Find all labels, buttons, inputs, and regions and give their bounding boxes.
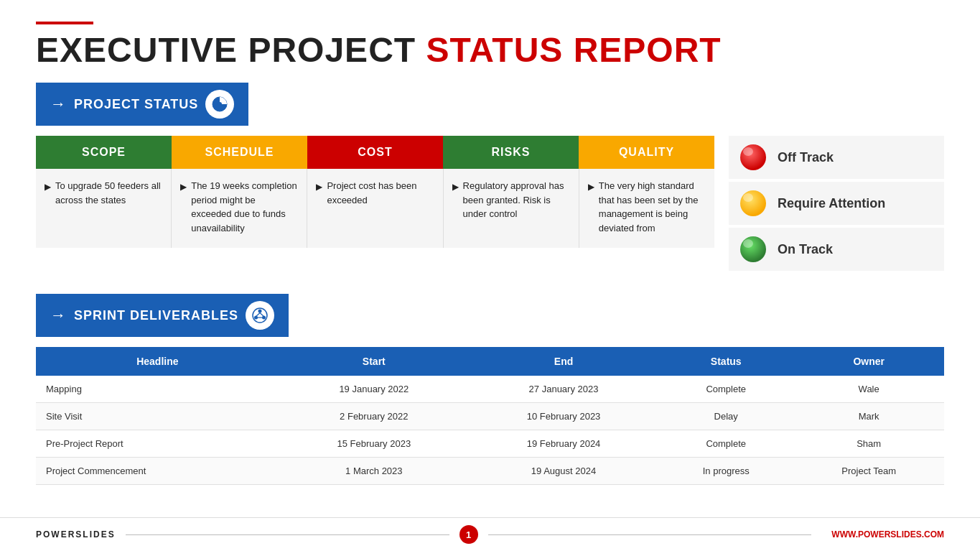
scope-bullet: ▶ [45,180,51,193]
th-owner: Owner [793,347,944,376]
quality-text: The very high standard that has been set… [599,179,706,235]
sprint-icon [246,301,274,330]
cell-start: 15 February 2023 [279,430,469,458]
main-title: EXECUTIVE PROJECT STATUS REPORT [36,30,944,70]
cell-status: Complete [658,430,793,458]
schedule-text: The 19 weeks completion period might be … [191,179,298,235]
quality-bullet: ▶ [588,180,594,193]
title-underline [36,22,93,24]
legend-require-attention: Require Attention [729,182,944,225]
cell-start: 1 March 2023 [279,458,469,485]
on-track-label: On Track [778,242,833,257]
th-start: Start [279,347,469,376]
cell-owner: Wale [793,376,944,403]
cost-bullet: ▶ [316,180,322,193]
svg-point-3 [258,310,262,313]
status-header-row: SCOPE SCHEDULE COST RISKS QUALITY [36,136,714,169]
project-status-icon [205,90,234,119]
cost-cell: ▶ Project cost has been exceeded [307,169,443,248]
risks-text: Regulatory approval has been granted. Ri… [463,179,570,221]
cell-owner: Sham [793,430,944,458]
cell-end: 27 January 2023 [469,376,658,403]
require-attention-dot [740,190,766,216]
project-status-header-box: → PROJECT STATUS [36,83,248,126]
off-track-label: Off Track [778,150,834,165]
col-schedule-header: SCHEDULE [172,136,307,169]
project-status-section-header: → PROJECT STATUS [36,83,944,126]
table-row: Project Commencement1 March 202319 Augus… [36,458,944,485]
schedule-cell: ▶ The 19 weeks completion period might b… [172,169,307,248]
deliverables-header-row: Headline Start End Status Owner [36,347,944,376]
cell-end: 10 February 2023 [469,403,658,430]
footer-url: WWW.POWERSLIDES.COM [831,529,944,540]
footer-brand: POWERSLIDES [36,529,116,540]
risks-bullet: ▶ [452,180,459,193]
cell-start: 2 February 2022 [279,403,469,430]
table-row: Pre-Project Report15 February 202319 Feb… [36,430,944,458]
require-attention-label: Require Attention [778,196,885,211]
svg-line-6 [256,313,260,317]
cell-headline: Project Commencement [36,458,279,485]
svg-point-1 [218,102,222,106]
cell-status: Complete [658,376,793,403]
col-cost-header: COST [307,136,443,169]
col-risks-header: RISKS [443,136,579,169]
table-row: Site Visit2 February 202210 February 202… [36,403,944,430]
on-track-dot [740,236,766,262]
cell-end: 19 February 2024 [469,430,658,458]
title-part2: STATUS REPORT [426,31,721,69]
cell-owner: Project Team [793,458,944,485]
off-track-dot [740,144,766,170]
legend-off-track: Off Track [729,136,944,179]
th-headline: Headline [36,347,279,376]
cell-end: 19 August 2024 [469,458,658,485]
svg-point-4 [254,316,258,320]
th-status: Status [658,347,793,376]
arrow-icon: → [50,95,67,114]
sprint-arrow-icon: → [50,306,67,325]
scope-text: To upgrade 50 feeders all across the sta… [55,179,162,207]
cell-headline: Pre-Project Report [36,430,279,458]
status-body-row: ▶ To upgrade 50 feeders all across the s… [36,169,714,248]
table-row: Mapping19 January 202227 January 2023Com… [36,376,944,403]
col-quality-header: QUALITY [579,136,714,169]
footer-line-left [126,534,449,535]
cell-headline: Site Visit [36,403,279,430]
th-end: End [469,347,658,376]
svg-point-5 [262,316,266,320]
project-status-label: PROJECT STATUS [74,97,198,112]
status-table: SCOPE SCHEDULE COST RISKS QUALITY ▶ To u… [36,136,714,248]
footer-page-number: 1 [459,525,478,544]
sprint-section-header: → SPRINT DELIVERABLES [36,294,944,337]
svg-line-7 [260,313,263,317]
footer-line-right [488,534,812,535]
footer: POWERSLIDES 1 WWW.POWERSLIDES.COM [0,517,980,551]
cell-start: 19 January 2022 [279,376,469,403]
title-part1: EXECUTIVE PROJECT [36,31,426,69]
legend-on-track: On Track [729,228,944,271]
cell-owner: Mark [793,403,944,430]
title-bar: EXECUTIVE PROJECT STATUS REPORT [36,22,944,70]
cell-headline: Mapping [36,376,279,403]
cell-status: Delay [658,403,793,430]
legend: Off Track Require Attention On Track [729,136,944,274]
sprint-header-box: → SPRINT DELIVERABLES [36,294,289,337]
scope-cell: ▶ To upgrade 50 feeders all across the s… [36,169,172,248]
risks-cell: ▶ Regulatory approval has been granted. … [444,169,579,248]
deliverables-table: Headline Start End Status Owner Mapping1… [36,347,944,485]
project-status-area: SCOPE SCHEDULE COST RISKS QUALITY ▶ To u… [36,136,944,274]
cell-status: In progress [658,458,793,485]
quality-cell: ▶ The very high standard that has been s… [579,169,714,248]
schedule-bullet: ▶ [180,180,187,193]
col-scope-header: SCOPE [36,136,172,169]
cost-text: Project cost has been exceeded [327,179,434,207]
sprint-section-label: SPRINT DELIVERABLES [74,308,238,323]
